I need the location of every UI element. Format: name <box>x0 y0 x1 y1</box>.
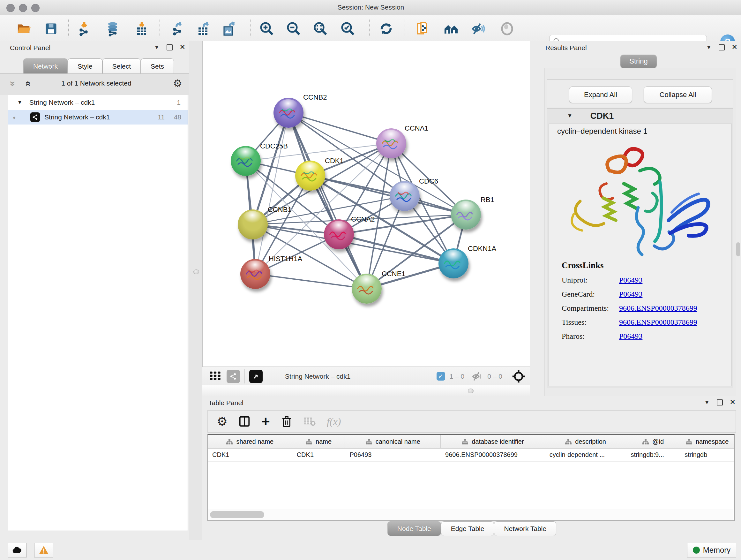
pan-crosshair-icon[interactable] <box>512 369 526 383</box>
column-header-shared-name[interactable]: shared name <box>208 435 292 448</box>
import-table-button[interactable] <box>133 20 150 37</box>
import-network-from-database-button[interactable] <box>105 20 121 37</box>
node-CCNB2[interactable] <box>273 98 304 128</box>
crosslink-link[interactable]: 9606.ENSP00000378699 <box>619 318 697 327</box>
panel-menu-icon[interactable]: ▼ <box>706 45 712 50</box>
show-all-networks-button[interactable] <box>443 20 460 37</box>
import-network-button[interactable] <box>76 20 92 37</box>
network-canvas[interactable]: CCNB2CCNA1CDC25BCDK1CDC6RB1CCNB1CCNA2CDK… <box>202 41 530 367</box>
save-session-button[interactable] <box>43 20 59 37</box>
tab-string[interactable]: String <box>620 55 657 68</box>
column-header-namespace[interactable]: namespace <box>680 435 734 448</box>
scrollbar-thumb[interactable] <box>210 511 264 518</box>
show-graphics-details-button[interactable] <box>499 20 515 37</box>
panel-float-icon[interactable] <box>717 399 723 406</box>
column-header--id[interactable]: @id <box>626 435 680 448</box>
column-header-database-identifier[interactable]: database identifier <box>441 435 545 448</box>
column-header-description[interactable]: description <box>545 435 626 448</box>
tab-sets[interactable]: Sets <box>141 58 174 74</box>
panel-close-icon[interactable]: ✕ <box>180 44 185 51</box>
panel-close-icon[interactable]: ✕ <box>730 399 736 406</box>
table-cell[interactable]: 9606.ENSP00000378699 <box>441 449 545 461</box>
export-table-button[interactable] <box>195 20 212 37</box>
left-splitter[interactable] <box>189 41 202 540</box>
hidden-eye-icon[interactable] <box>471 370 483 382</box>
warnings-button[interactable] <box>34 543 53 557</box>
collapse-all-icon[interactable]: » <box>8 81 18 86</box>
show-columns-icon[interactable] <box>239 415 251 428</box>
crosslink-link[interactable]: P06493 <box>619 290 643 299</box>
zoom-fit-button[interactable] <box>312 20 329 37</box>
tab-node-table[interactable]: Node Table <box>387 521 441 536</box>
node-CDKN1A[interactable] <box>439 248 468 278</box>
node-CCNB1[interactable] <box>238 209 268 240</box>
table-cell[interactable]: P06493 <box>345 449 441 461</box>
export-network-button[interactable] <box>170 20 186 37</box>
results-scrollbar-thumb[interactable] <box>736 242 740 256</box>
table-row[interactable]: CDK1CDK1P064939606.ENSP00000378699cyclin… <box>208 449 734 462</box>
zoom-out-button[interactable] <box>285 20 302 37</box>
panel-menu-icon[interactable]: ▼ <box>154 45 159 50</box>
horizontal-splitter-handle[interactable] <box>468 388 474 393</box>
gene-section-header[interactable]: ▼ CDK1 <box>547 109 733 123</box>
open-session-button[interactable] <box>16 20 32 37</box>
table-cell[interactable]: stringdb:9... <box>626 449 680 461</box>
panel-float-icon[interactable] <box>719 44 725 51</box>
toolbar-separator <box>432 369 432 383</box>
tab-select[interactable]: Select <box>103 58 141 74</box>
birds-eye-view-button[interactable] <box>249 370 263 383</box>
network-collection-row[interactable]: ▼ String Network – cdk1 1 <box>8 95 188 110</box>
node-attribute-table[interactable]: shared namenamecanonical namedatabase id… <box>207 434 735 521</box>
table-options-gear-icon[interactable]: ⚙ <box>217 415 227 428</box>
collapse-all-button[interactable]: Collapse All <box>644 86 712 103</box>
protein-thumbnail-icon <box>245 266 265 281</box>
expand-all-icon[interactable]: » <box>22 81 32 86</box>
crosslink-link[interactable]: 9606.ENSP00000378699 <box>619 304 697 313</box>
zoom-in-button[interactable] <box>259 20 275 37</box>
table-cell[interactable]: CDK1 <box>292 449 345 461</box>
crosslink-link[interactable]: P06493 <box>619 276 643 285</box>
tab-network[interactable]: Network <box>23 58 68 74</box>
tab-style[interactable]: Style <box>68 58 103 74</box>
node-RB1[interactable] <box>451 199 481 230</box>
table-cell[interactable]: stringdb <box>680 449 734 461</box>
cloud-status-button[interactable] <box>8 543 27 557</box>
node-CCNA2[interactable] <box>324 219 354 249</box>
node-CCNE1[interactable] <box>352 273 382 304</box>
hide-graphics-details-button[interactable] <box>470 20 487 37</box>
node-CDC25B[interactable] <box>231 146 261 176</box>
crosslink-link[interactable]: P06493 <box>619 332 643 341</box>
node-CDK1[interactable] <box>295 161 325 191</box>
memory-button[interactable]: Memory <box>687 543 736 557</box>
node-CDC6[interactable] <box>390 181 420 211</box>
network-options-gear-icon[interactable]: ⚙ <box>173 78 182 88</box>
panel-menu-icon[interactable]: ▼ <box>704 400 710 405</box>
network-overview-button[interactable] <box>226 370 240 383</box>
table-cell[interactable]: cyclin-dependent ... <box>545 449 626 461</box>
section-collapse-icon[interactable]: ▼ <box>567 113 572 119</box>
column-header-name[interactable]: name <box>292 435 345 448</box>
selected-checkbox-icon[interactable]: ✓ <box>436 372 445 381</box>
export-image-button[interactable] <box>221 20 238 37</box>
table-cell[interactable]: CDK1 <box>208 449 292 461</box>
add-column-icon[interactable]: + <box>261 416 270 428</box>
refresh-button[interactable] <box>378 20 394 37</box>
protein-thumbnail-icon <box>394 189 414 203</box>
tab-edge-table[interactable]: Edge Table <box>441 521 494 536</box>
table-horizontal-scrollbar[interactable] <box>208 509 733 520</box>
network-row-selected[interactable]: ● String Network – cdk1 11 48 <box>8 110 188 125</box>
node-HIST1H1A[interactable] <box>240 259 270 289</box>
delete-column-trash-icon[interactable] <box>281 415 292 428</box>
tree-expanded-icon[interactable]: ▼ <box>17 100 22 105</box>
left-splitter-handle[interactable] <box>193 269 199 274</box>
crosslink-row: Pharos:P06493 <box>562 332 697 341</box>
zoom-selected-button[interactable] <box>340 20 356 37</box>
clone-network-button[interactable] <box>415 20 432 37</box>
panel-close-icon[interactable]: ✕ <box>732 44 738 51</box>
column-header-canonical-name[interactable]: canonical name <box>345 435 441 448</box>
tab-network-table[interactable]: Network Table <box>494 521 556 536</box>
show-grid-button[interactable] <box>209 369 221 383</box>
expand-all-button[interactable]: Expand All <box>569 86 632 103</box>
panel-float-icon[interactable] <box>166 44 173 51</box>
node-CCNA1[interactable] <box>376 128 406 159</box>
